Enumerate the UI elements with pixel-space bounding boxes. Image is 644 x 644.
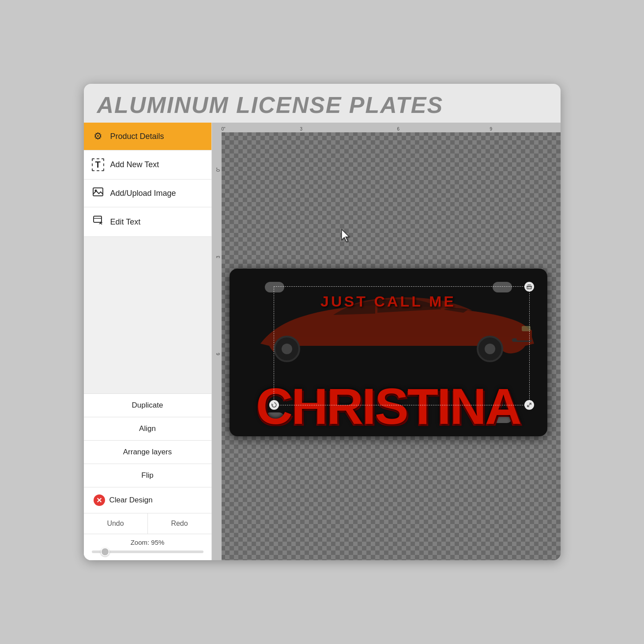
clear-design-label: Clear Design — [109, 496, 153, 505]
ruler-mark-6: 6 — [397, 127, 400, 131]
flip-label: Flip — [141, 471, 153, 480]
sidebar-item-add-upload-image[interactable]: Add/Upload Image — [84, 180, 211, 207]
svg-rect-2 — [94, 216, 102, 222]
app-title: ALUMINUM LICENSE PLATES — [84, 84, 561, 123]
zoom-slider[interactable] — [92, 550, 203, 553]
sidebar-item-add-new-text[interactable]: T Add New Text — [84, 150, 211, 180]
ruler-left-mark-3: 3 — [216, 256, 221, 258]
sidebar-action-flip[interactable]: Flip — [84, 464, 211, 487]
ruler-left-mark-6: 6 — [216, 353, 221, 356]
svg-rect-0 — [93, 188, 103, 196]
ruler-top: 0" 3 6 9 — [212, 123, 561, 132]
align-label: Align — [139, 424, 156, 433]
zoom-display: Zoom: 95% — [84, 534, 211, 549]
main-area: ⚙ Product Details T Add New Text — [84, 123, 561, 560]
arrange-layers-label: Arrange layers — [123, 448, 172, 457]
plate-canvas: JUST CALL ME CHRISTINA — [230, 145, 561, 560]
sidebar-top: ⚙ Product Details T Add New Text — [84, 123, 211, 237]
ruler-mark-3: 3 — [300, 127, 303, 131]
plate-text-top: JUST CALL ME — [230, 293, 547, 310]
sidebar-item-product-details[interactable]: ⚙ Product Details — [84, 123, 211, 150]
ruler-left: 0" 3 6 — [212, 132, 222, 560]
sidebar-label-edit-text: Edit Text — [110, 217, 141, 227]
sidebar-action-duplicate[interactable]: Duplicate — [84, 394, 211, 417]
ruler-left-mark-0: 0" — [216, 168, 221, 172]
sidebar-label-add-upload-image: Add/Upload Image — [110, 189, 176, 198]
redo-button[interactable]: Redo — [148, 513, 211, 534]
sidebar-bottom: Duplicate Align Arrange layers Flip ✕ Cl… — [84, 393, 211, 560]
license-plate[interactable]: JUST CALL ME CHRISTINA — [230, 269, 547, 436]
image-icon — [92, 187, 104, 199]
clear-design-icon: ✕ — [94, 494, 105, 506]
ruler-marks-top: 0" 3 6 9 — [212, 123, 561, 132]
ruler-mark-0: 0" — [222, 127, 226, 131]
sidebar: ⚙ Product Details T Add New Text — [84, 123, 212, 560]
zoom-slider-thumb[interactable] — [101, 547, 109, 556]
sidebar-label-product-details: Product Details — [110, 132, 164, 141]
sidebar-action-clear-design[interactable]: ✕ Clear Design — [84, 487, 211, 513]
app-container: ALUMINUM LICENSE PLATES ⚙ Product Detail… — [84, 84, 561, 560]
edit-text-icon — [92, 215, 104, 228]
text-icon: T — [92, 158, 104, 171]
zoom-slider-container — [84, 549, 211, 560]
sidebar-item-edit-text[interactable]: Edit Text — [84, 207, 211, 237]
svg-point-7 — [485, 344, 495, 354]
canvas-area[interactable]: 0" 3 6 9 0" 3 6 — [212, 123, 561, 560]
plate-text-main: CHRISTINA — [230, 381, 547, 432]
svg-rect-10 — [522, 326, 531, 331]
gear-icon: ⚙ — [92, 131, 104, 142]
ruler-mark-9: 9 — [490, 127, 493, 131]
sidebar-label-add-new-text: Add New Text — [110, 160, 159, 169]
sidebar-action-arrange-layers[interactable]: Arrange layers — [84, 441, 211, 464]
undo-redo-row: Undo Redo — [84, 513, 211, 534]
svg-point-5 — [282, 344, 292, 354]
sidebar-spacer — [84, 237, 211, 393]
duplicate-label: Duplicate — [132, 401, 163, 410]
sidebar-action-align[interactable]: Align — [84, 417, 211, 441]
undo-button[interactable]: Undo — [84, 513, 148, 534]
